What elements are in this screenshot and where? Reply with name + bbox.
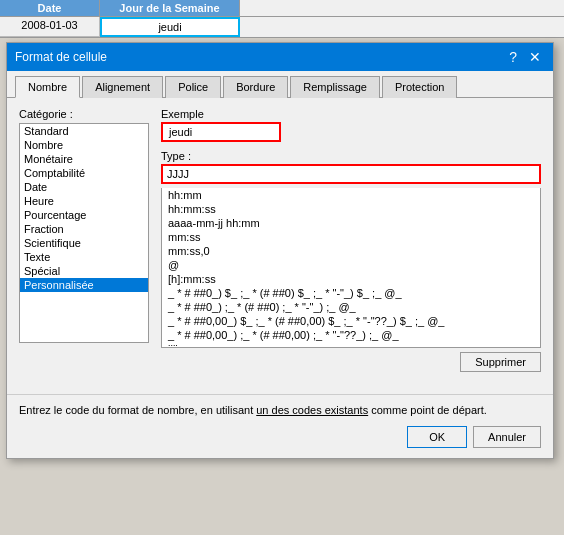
type-list-item[interactable]: hh:mm xyxy=(162,188,540,202)
type-input-box xyxy=(161,164,541,184)
annuler-button[interactable]: Annuler xyxy=(473,426,541,448)
tab-nombre[interactable]: Nombre xyxy=(15,76,80,98)
dialog-content: Catégorie : Standard Nombre Monétaire Co… xyxy=(7,98,553,390)
close-button[interactable]: ✕ xyxy=(525,50,545,64)
dialog-title: Format de cellule xyxy=(15,50,107,64)
cell-jour[interactable]: jeudi xyxy=(100,17,240,37)
type-list[interactable]: hh:mm hh:mm:ss aaaa-mm-jj hh:mm mm:ss mm… xyxy=(161,188,541,348)
tab-alignement[interactable]: Alignement xyxy=(82,76,163,98)
list-item[interactable]: Nombre xyxy=(20,138,148,152)
type-list-item[interactable]: _ * # ##0,00_) ;_ * (# ##0,00) ;_ * "-"?… xyxy=(162,328,540,342)
type-list-item[interactable]: _ * # ##0,00_) $_ ;_ * (# ##0,00) $_ ;_ … xyxy=(162,314,540,328)
tab-protection[interactable]: Protection xyxy=(382,76,458,98)
list-item[interactable]: Spécial xyxy=(20,264,148,278)
cell-date[interactable]: 2008-01-03 xyxy=(0,17,100,37)
list-item[interactable]: Pourcentage xyxy=(20,208,148,222)
col-header-jour: Jour de la Semaine xyxy=(100,0,240,16)
sheet-header: Date Jour de la Semaine xyxy=(0,0,564,17)
tab-remplissage[interactable]: Remplissage xyxy=(290,76,380,98)
spreadsheet-area: Date Jour de la Semaine 2008-01-03 jeudi xyxy=(0,0,564,38)
description-area: Entrez le code du format de nombre, en u… xyxy=(7,394,553,418)
type-list-item[interactable]: hh:mm:ss xyxy=(162,202,540,216)
content-row: Catégorie : Standard Nombre Monétaire Co… xyxy=(19,108,541,372)
description-underline: un des codes existants xyxy=(256,404,368,416)
type-input[interactable] xyxy=(163,166,539,182)
dialog-titlebar: Format de cellule ? ✕ xyxy=(7,43,553,71)
type-list-item[interactable]: jjjj xyxy=(162,342,540,348)
list-item[interactable]: Comptabilité xyxy=(20,166,148,180)
list-item[interactable]: Fraction xyxy=(20,222,148,236)
sheet-data-row: 2008-01-03 jeudi xyxy=(0,17,564,37)
type-list-item[interactable]: _ * # ##0_) $_ ;_ * (# ##0) $_ ;_ * "-"_… xyxy=(162,286,540,300)
type-list-item[interactable]: aaaa-mm-jj hh:mm xyxy=(162,216,540,230)
type-list-item[interactable]: mm:ss,0 xyxy=(162,244,540,258)
help-button[interactable]: ? xyxy=(505,50,521,64)
description-text: Entrez le code du format de nombre, en u… xyxy=(19,403,541,418)
list-item[interactable]: Date xyxy=(20,180,148,194)
titlebar-controls: ? ✕ xyxy=(505,50,545,64)
supprimer-button[interactable]: Supprimer xyxy=(460,352,541,372)
right-panel: Exemple jeudi Type : hh:mm hh:mm:ss aaaa… xyxy=(161,108,541,372)
ok-button[interactable]: OK xyxy=(407,426,467,448)
list-item[interactable]: Scientifique xyxy=(20,236,148,250)
col-header-date: Date xyxy=(0,0,100,16)
category-section: Catégorie : Standard Nombre Monétaire Co… xyxy=(19,108,149,372)
type-label: Type : xyxy=(161,150,541,162)
list-item[interactable]: Standard xyxy=(20,124,148,138)
list-item-personnalisee[interactable]: Personnalisée xyxy=(20,278,148,292)
tab-bordure[interactable]: Bordure xyxy=(223,76,288,98)
type-list-item[interactable]: mm:ss xyxy=(162,230,540,244)
type-list-item[interactable]: [h]:mm:ss xyxy=(162,272,540,286)
type-list-item[interactable]: @ xyxy=(162,258,540,272)
format-cellule-dialog: Format de cellule ? ✕ Nombre Alignement … xyxy=(6,42,554,459)
tabs-container: Nombre Alignement Police Bordure Remplis… xyxy=(7,71,553,98)
list-item[interactable]: Monétaire xyxy=(20,152,148,166)
list-item[interactable]: Texte xyxy=(20,250,148,264)
list-item[interactable]: Heure xyxy=(20,194,148,208)
dialog-footer: OK Annuler xyxy=(7,418,553,458)
category-label: Catégorie : xyxy=(19,108,149,120)
supprimer-row: Supprimer xyxy=(161,352,541,372)
example-value: jeudi xyxy=(161,122,281,142)
example-label: Exemple xyxy=(161,108,541,120)
tab-police[interactable]: Police xyxy=(165,76,221,98)
category-list[interactable]: Standard Nombre Monétaire Comptabilité D… xyxy=(19,123,149,343)
type-list-item[interactable]: _ * # ##0_) ;_ * (# ##0) ;_ * "-"_) ;_ @… xyxy=(162,300,540,314)
